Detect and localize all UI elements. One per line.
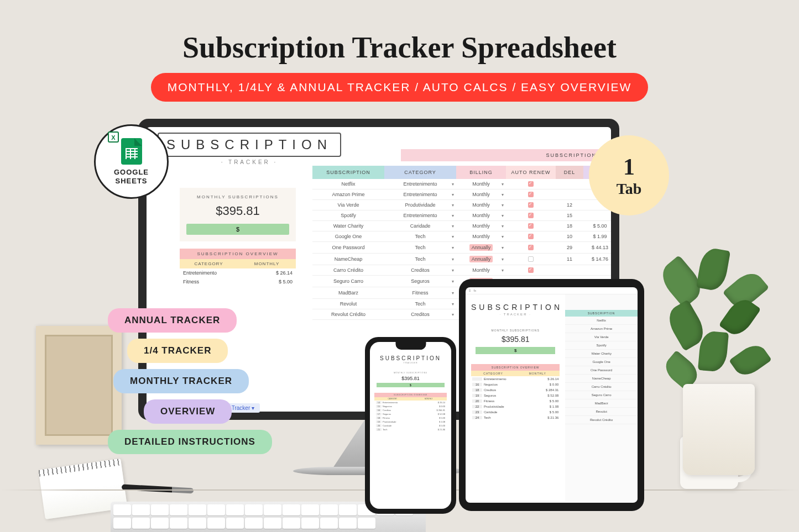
phone-tracker-label: TRACKER [374,361,447,364]
overview-col-category: CATEGORY [180,259,238,268]
phone-monthly-label: MONTHLY SUBSCRIPTIONS [377,372,445,374]
tablet-row: 20Fitness$ 5.00 [471,398,560,404]
tablet-sub-item: Seguro Carro [565,391,638,399]
table-row[interactable]: Water CharityCaridade▾Monthly▾18$ 5.00 [312,221,611,231]
currency-selector[interactable]: $ [186,224,289,235]
overview-row: Entretenimento$ 26.14 [180,268,296,277]
tablet-screen: ≡ fx SUBSCRIPTION · TRACKER · MONTHLY SU… [466,287,638,503]
pen [122,484,194,494]
main-title: Subscription Tracker Spreadsheet [0,0,799,65]
phone-row: 15Negocios$ 0.00 [374,404,447,408]
overview-header: SUBSCRIPTION OVERVIEW [180,249,296,259]
tablet-row: 16Negocios$ 0.00 [471,382,560,387]
table-row[interactable]: NetflixEntretenimento▾Monthly▾ [312,179,611,189]
table-row[interactable]: NameCheapTech▾Annually▾11$ 14.76 [312,254,611,265]
tablet-col-mon: MONTHLY [515,371,560,376]
tablet-sub-item: Revolut Crédito [565,416,638,424]
tracker-label: · TRACKER · [158,159,341,165]
tablet-sub-item: NameCheap [565,375,638,383]
tablet-row: 24Tech$ 21.36 [471,415,560,420]
sheets-text-1: GOOGLE [114,168,149,176]
tablet-overview-header: SUBSCRIPTION OVERVIEW [471,364,560,371]
phone-device: SUBSCRIPTION TRACKER MONTHLY SUBSCRIPTIO… [365,337,456,514]
tablet-sub-item: Revolut [565,408,638,416]
phone-overview-header: SUBSCRIPTION OVERVIEW [374,393,447,397]
table-row[interactable]: Via VerdeProdutividade▾Monthly▾12 [312,200,611,210]
tab-label: Tab [617,180,642,198]
phone-row: 18Fitness$ 5.00 [374,416,447,420]
phone-row: 20Caridade$ 5.00 [374,424,447,428]
table-row[interactable]: Amazon PrimeEntretenimento▾Monthly▾ [312,189,611,200]
table-row[interactable]: Google OneTech▾Monthly▾10$ 1.99 [312,231,611,242]
phone-row: 21Tech$ 21.36 [374,428,447,431]
tablet-sub-item: Amazon Prime [565,325,638,333]
tablet-toolbar: ≡ fx [466,287,638,294]
th-autorenew: AUTO RENEW [506,166,556,179]
tablet-row: 22Produtividade$ 1.08 [471,404,560,409]
th-del: DEL [556,166,583,179]
sheets-text-2: SHEETS [115,177,147,185]
tablet-sub-item: One Password [565,366,638,375]
tablet-sub-item: Netflix [565,317,638,325]
phone-title: SUBSCRIPTION [374,355,447,361]
tablet-monthly-label: MONTHLY SUBSCRIPTIONS [476,329,555,332]
phone-amount: $395.81 [377,376,445,381]
phone-row: 19Produtividade$ 1.08 [374,420,447,424]
sheet-title: SUBSCRIPTION [158,133,341,157]
th-billing: BILLING [456,166,506,179]
tablet-col-cat: CATEGORY [471,371,515,376]
sheets-icon [121,138,142,165]
monthly-label: MONTHLY SUBSCRIPTIONS [186,194,289,199]
plant [655,243,782,475]
right-section-header: SUBSCRIPTION [401,149,600,161]
tablet-row: Entretenimento$ 26.14 [471,376,560,382]
th-subscription: SUBSCRIPTION [312,166,384,179]
tablet-amount: $395.81 [476,335,555,344]
feature-pills: ANNUAL TRACKER 1/4 TRACKER MONTHLY TRACK… [108,308,272,460]
tab-number: 1 [623,154,635,180]
phone-screen: SUBSCRIPTION TRACKER MONTHLY SUBSCRIPTIO… [370,342,451,509]
overview-row: Fitness$ 5.00 [180,277,296,286]
tablet-row: 18Creditos$ 284.31 [471,387,560,393]
table-row[interactable]: Carro CréditoCreditos▾Monthly▾ [312,265,611,276]
phone-notch [395,342,426,350]
subtitle-banner: MONTHLY, 1/4LY & ANNUAL TRACKER / AUTO C… [151,73,649,102]
tablet-sub-item: Carro Crédito [565,383,638,391]
tablet-row: 23Caridade$ 5.00 [471,409,560,415]
google-sheets-badge: GOOGLESHEETS [94,124,169,199]
tablet-sub-item: Google One [565,358,638,366]
pill-quarter: 1/4 TRACKER [127,339,228,363]
pill-instructions: DETAILED INSTRUCTIONS [108,430,272,454]
tablet-sub-item: Via Verde [565,333,638,341]
pill-overview: OVERVIEW [144,399,232,424]
th-category: CATEGORY [384,166,456,179]
pill-annual: ANNUAL TRACKER [108,308,237,333]
phone-row: 16Creditos$ 284.31 [374,408,447,412]
phone-currency[interactable]: $ [377,383,445,387]
tablet-sub-item: Spotify [565,341,638,350]
tablet-sub-item: MadBarz [565,399,638,408]
vase [683,384,755,475]
phone-col-cat: CATEGORY [374,397,411,401]
tablet-sub-header: SUBSCRIPTION [565,310,638,317]
tablet-tracker-label: · TRACKER · [471,313,560,316]
tablet-device: ≡ fx SUBSCRIPTION · TRACKER · MONTHLY SU… [459,279,644,511]
tablet-title: SUBSCRIPTION [471,303,560,312]
table-row[interactable]: One PasswordTech▾Annually▾29$ 44.13 [312,242,611,254]
pill-monthly: MONTHLY TRACKER [113,369,249,393]
phone-col-mon: MONTHLY [411,397,447,401]
overview-box: SUBSCRIPTION OVERVIEW CATEGORY MONTHLY E… [180,249,296,286]
tablet-sub-item: Water Charity [565,350,638,358]
tab-count-badge: 1 Tab [589,135,669,215]
phone-row: 14Entretenimento$ 26.14 [374,401,447,404]
tablet-row: 19Seguros$ 52.08 [471,393,560,398]
monthly-summary-box: MONTHLY SUBSCRIPTIONS $395.81 $ [180,188,296,241]
monthly-amount: $395.81 [186,204,289,218]
table-row[interactable]: SpotifyEntretenimento▾Monthly▾15 [312,210,611,221]
phone-row: 17Seguros$ 52.08 [374,412,447,416]
tablet-currency[interactable]: $ [476,347,555,354]
excel-icon: X [108,131,119,143]
overview-col-monthly: MONTHLY [238,259,296,268]
